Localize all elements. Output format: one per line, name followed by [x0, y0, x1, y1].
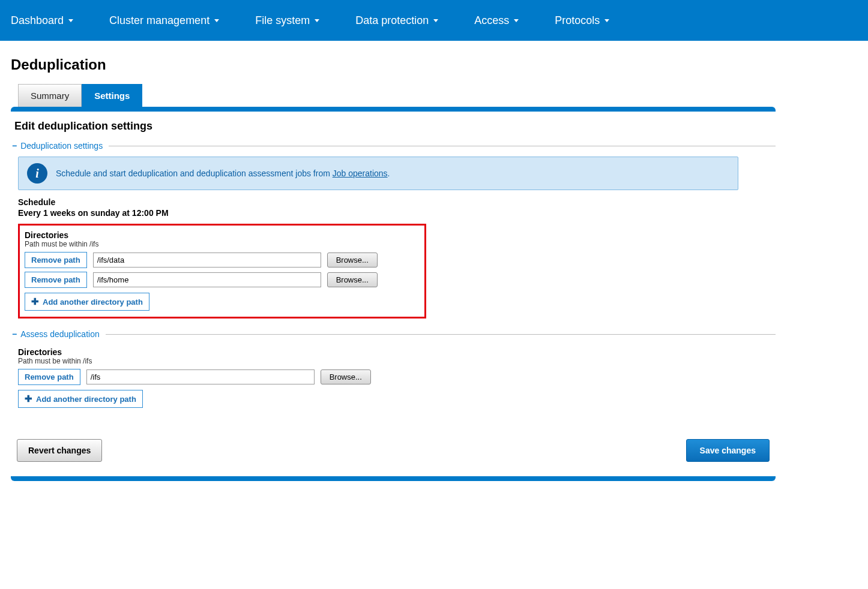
- button-label: Browse...: [330, 372, 362, 381]
- divider: [106, 334, 776, 335]
- info-text-prefix: Schedule and start deduplication and ded…: [56, 169, 333, 178]
- remove-path-button[interactable]: Remove path: [25, 252, 87, 268]
- plus-icon: ✚: [25, 393, 32, 404]
- button-label: Browse...: [336, 256, 369, 265]
- path-row: Remove path Browse...: [18, 369, 776, 385]
- tabs: Summary Settings: [11, 84, 776, 107]
- nav-label: File system: [255, 14, 310, 27]
- button-label: Revert changes: [28, 446, 91, 455]
- add-directory-button[interactable]: ✚ Add another directory path: [25, 293, 149, 311]
- nav-file-system[interactable]: File system: [255, 14, 319, 27]
- path-row: Remove path Browse...: [25, 272, 420, 288]
- button-label: Remove path: [31, 275, 80, 284]
- schedule-value: Every 1 weeks on sunday at 12:00 PM: [18, 208, 776, 218]
- collapse-icon: −: [11, 141, 18, 151]
- remove-path-button[interactable]: Remove path: [18, 369, 80, 385]
- group-legend: Deduplication settings: [20, 141, 103, 151]
- tabs-underline: [11, 107, 776, 112]
- directories-hint: Path must be within /ifs: [18, 357, 776, 365]
- directories-hint: Path must be within /ifs: [25, 240, 420, 248]
- browse-button[interactable]: Browse...: [321, 369, 371, 384]
- nav-label: Data protection: [355, 14, 429, 27]
- tab-label: Summary: [31, 91, 69, 101]
- nav-dashboard[interactable]: Dashboard: [11, 14, 73, 27]
- nav-label: Cluster management: [109, 14, 209, 27]
- caret-down-icon: [514, 19, 519, 22]
- tab-summary[interactable]: Summary: [18, 84, 82, 107]
- group-legend: Assess deduplication: [20, 329, 100, 339]
- nav-data-protection[interactable]: Data protection: [355, 14, 438, 27]
- nav-label: Dashboard: [11, 14, 64, 27]
- caret-down-icon: [214, 19, 219, 22]
- group-deduplication-settings: − Deduplication settings i Schedule and …: [11, 141, 776, 318]
- button-label: Add another directory path: [36, 395, 136, 404]
- nav-access[interactable]: Access: [474, 14, 519, 27]
- schedule-label: Schedule: [18, 197, 776, 207]
- caret-down-icon: [315, 19, 319, 22]
- footer-bar: Revert changes Save changes: [11, 432, 776, 476]
- collapse-icon: −: [11, 329, 18, 339]
- info-text: Schedule and start deduplication and ded…: [56, 169, 390, 178]
- button-label: Browse...: [336, 275, 369, 284]
- revert-button[interactable]: Revert changes: [17, 439, 102, 462]
- button-label: Save changes: [700, 446, 756, 455]
- button-label: Remove path: [31, 256, 80, 265]
- add-directory-button[interactable]: ✚ Add another directory path: [18, 390, 143, 408]
- browse-button[interactable]: Browse...: [327, 253, 378, 268]
- directories-label: Directories: [18, 347, 776, 357]
- tab-settings[interactable]: Settings: [82, 84, 142, 107]
- group-assess-deduplication: − Assess deduplication Directories Path …: [11, 329, 776, 408]
- caret-down-icon: [604, 19, 609, 22]
- remove-path-button[interactable]: Remove path: [25, 272, 87, 288]
- nav-protocols[interactable]: Protocols: [555, 14, 609, 27]
- button-label: Remove path: [25, 372, 74, 381]
- bottom-accent-bar: [11, 476, 776, 481]
- nav-cluster-management[interactable]: Cluster management: [109, 14, 219, 27]
- info-box: i Schedule and start deduplication and d…: [18, 157, 738, 190]
- button-label: Add another directory path: [43, 297, 143, 306]
- caret-down-icon: [433, 19, 438, 22]
- divider: [109, 146, 776, 146]
- group-toggle-assess[interactable]: − Assess deduplication: [11, 329, 776, 339]
- browse-button[interactable]: Browse...: [327, 272, 378, 287]
- group-toggle-dedup[interactable]: − Deduplication settings: [11, 141, 776, 151]
- info-icon: i: [27, 163, 47, 184]
- path-input[interactable]: [86, 369, 315, 384]
- nav-label: Access: [474, 14, 509, 27]
- info-text-suffix: .: [388, 169, 390, 178]
- directories-highlight: Directories Path must be within /ifs Rem…: [18, 224, 426, 318]
- page-title: Deduplication: [11, 56, 776, 73]
- job-operations-link[interactable]: Job operations: [333, 169, 388, 178]
- plus-icon: ✚: [31, 296, 39, 307]
- nav-label: Protocols: [555, 14, 600, 27]
- tab-label: Settings: [94, 91, 130, 101]
- caret-down-icon: [68, 19, 73, 22]
- top-nav: Dashboard Cluster management File system…: [0, 0, 868, 41]
- save-button[interactable]: Save changes: [686, 439, 770, 462]
- section-title: Edit deduplication settings: [14, 120, 776, 133]
- path-row: Remove path Browse...: [25, 252, 420, 268]
- directories-label: Directories: [25, 230, 420, 240]
- path-input[interactable]: [93, 272, 321, 287]
- path-input[interactable]: [93, 253, 321, 268]
